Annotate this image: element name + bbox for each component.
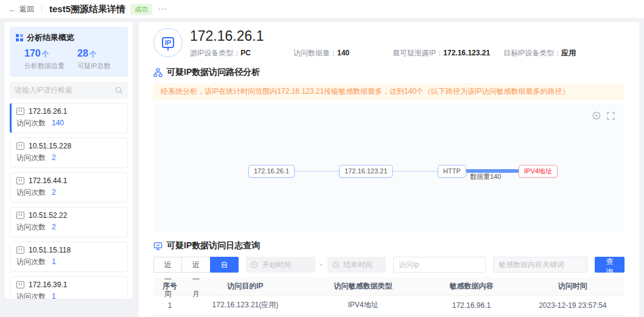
visits-label: 访问次数: [16, 223, 46, 231]
ip-list-item[interactable]: 10.51.15.228 访问次数2: [10, 138, 128, 168]
ip-address: 10.51.15.118: [29, 246, 71, 254]
last-week-button[interactable]: 近一周: [153, 257, 182, 273]
search-icon[interactable]: [115, 86, 123, 94]
log-table-cell: 172.16.96.1: [422, 295, 521, 315]
meta-source-device-type: 源IP设备类型：PC: [190, 48, 293, 58]
ip-list-item[interactable]: 172.16.26.1 访问次数140: [10, 103, 128, 133]
page-title: test5溯源结果详情: [49, 4, 125, 15]
last-month-button[interactable]: 近一月: [181, 257, 210, 273]
stat-suspicious-ip: 28个 可疑IP总数: [69, 48, 122, 71]
stat-total-data: 170个 分析数据总量: [16, 48, 69, 71]
visits-count: 2: [52, 223, 56, 231]
range-separator: -: [320, 260, 323, 269]
ip-address: 172.16.26.1: [29, 107, 67, 116]
visits-label: 访问次数: [16, 292, 46, 299]
stat-unit: 个: [89, 50, 97, 58]
ip-device-icon: [16, 212, 24, 219]
ip-search-input[interactable]: [15, 86, 115, 94]
back-button[interactable]: ← 返回: [9, 4, 34, 15]
log-filter-row: 近一周 近一月 自定义 开始时间 - 结束时间 查询: [153, 257, 625, 273]
ip-avatar-icon: IP: [153, 28, 183, 57]
analysis-overview-card: 分析结果概览 170个 分析数据总量 28个 可疑IP总数: [10, 27, 128, 77]
stat-label: 分析数据总量: [24, 61, 69, 71]
visits-count: 1: [52, 292, 56, 299]
detail-header: IP 172.16.26.1 源IP设备类型：PC 访问数据量：140 最可疑泄…: [153, 28, 625, 58]
ip-device-icon: [16, 246, 24, 254]
ip-list: 172.16.26.1 访问次数140 10.51.15.228 访问次数2 1…: [10, 103, 128, 299]
time-range-button-group: 近一周 近一月 自定义: [153, 257, 239, 273]
visits-label: 访问次数: [16, 119, 46, 127]
ip-address: 10.51.52.22: [29, 211, 67, 220]
visits-count: 1: [52, 257, 56, 266]
meta-access-volume: 访问数据量：140: [293, 48, 393, 58]
stat-value: 28: [77, 48, 88, 58]
edge-data-volume-label: 数据量140: [470, 172, 501, 181]
ip-list-item[interactable]: 172.16.44.1 访问次数2: [10, 172, 128, 203]
log-table-cell: 172.16.123.21(应用): [186, 295, 304, 315]
log-query-section-header: 可疑IP数据访问日志查询: [153, 240, 625, 251]
monitor-icon: [153, 242, 163, 251]
graph-node-ipv4-address[interactable]: IPV4地址: [519, 165, 558, 178]
ip-device-icon: [16, 281, 24, 288]
ip-address: 172.16.39.1: [29, 280, 67, 289]
query-button[interactable]: 查询: [595, 257, 625, 273]
hierarchy-icon: [153, 68, 163, 77]
meta-suspicious-leak-ip: 最可疑泄露IP：172.16.123.21: [393, 48, 503, 58]
ip-search-box: [10, 82, 128, 99]
status-badge: 成功: [130, 4, 152, 15]
ip-device-icon: [16, 177, 24, 184]
visits-label: 访问次数: [16, 257, 46, 266]
back-label: 返回: [19, 4, 34, 15]
sensitive-keyword-input[interactable]: [493, 257, 587, 273]
log-query-title: 可疑IP数据访问日志查询: [167, 240, 260, 251]
meta-row: 源IP设备类型：PC 访问数据量：140 最可疑泄露IP：172.16.123.…: [190, 48, 625, 58]
visit-ip-input[interactable]: [393, 257, 486, 273]
meta-target-device-type: 目标IP设备类型：应用: [503, 48, 576, 58]
start-time-picker[interactable]: 开始时间: [246, 257, 315, 273]
overview-title-row: 分析结果概览: [16, 32, 122, 43]
ip-list-item[interactable]: 172.16.39.1 访问次数1: [10, 276, 128, 299]
reset-view-icon[interactable]: [592, 111, 601, 120]
path-graph[interactable]: 数据量140 172.16.26.1 172.16.123.21 HTTP IP…: [153, 104, 625, 232]
col-header-data-content: 敏感数据内容: [422, 277, 521, 295]
ip-address: 172.16.44.1: [29, 176, 67, 185]
back-arrow-icon: ←: [9, 4, 17, 14]
source-ip-title: 172.16.26.1: [190, 28, 625, 44]
col-header-data-type: 访问敏感数据类型: [304, 277, 422, 295]
fullscreen-icon[interactable]: [607, 112, 615, 120]
stat-unit: 个: [42, 50, 49, 58]
grid-icon: [16, 34, 23, 41]
visits-count: 140: [52, 119, 64, 127]
start-time-placeholder: 开始时间: [262, 260, 291, 270]
visits-label: 访问次数: [16, 188, 46, 197]
stat-label: 可疑IP总数: [77, 61, 122, 71]
visits-count: 2: [52, 188, 56, 197]
sidebar: 分析结果概览 170个 分析数据总量 28个 可疑IP总数 172.16.26.…: [5, 22, 133, 299]
visits-count: 2: [52, 153, 56, 162]
more-menu-icon[interactable]: ···: [158, 5, 167, 13]
ip-device-icon: [16, 142, 24, 150]
end-time-picker[interactable]: 结束时间: [327, 257, 386, 273]
overview-title: 分析结果概览: [27, 32, 74, 43]
analysis-warning: 经系统分析，该IP在统计时间范围内172.16.123.21传输敏感数据最多，达…: [153, 83, 625, 100]
ip-list-item[interactable]: 10.51.52.22 访问次数2: [10, 207, 128, 237]
ip-address: 10.51.15.228: [29, 142, 71, 150]
main-panel: IP 172.16.26.1 源IP设备类型：PC 访问数据量：140 最可疑泄…: [139, 22, 639, 317]
log-table-cell: 2023-12-19 23:57:54: [521, 295, 625, 315]
ip-list-item[interactable]: 10.51.15.118 访问次数1: [10, 242, 128, 272]
visits-label: 访问次数: [16, 153, 46, 162]
path-analysis-title: 可疑IP数据访问路径分析: [167, 67, 260, 78]
graph-node-leak-ip[interactable]: 172.16.123.21: [339, 165, 393, 178]
col-header-dest-ip: 访问目的IP: [186, 277, 304, 295]
path-analysis-section-header: 可疑IP数据访问路径分析: [153, 67, 625, 78]
end-time-placeholder: 结束时间: [343, 260, 373, 270]
graph-node-protocol[interactable]: HTTP: [438, 165, 466, 178]
log-table-cell: IPV4地址: [304, 295, 422, 315]
col-header-time: 访问时间: [521, 277, 625, 295]
graph-node-source-ip[interactable]: 172.16.26.1: [248, 165, 295, 178]
stat-value: 170: [24, 48, 41, 58]
top-bar: ← 返回 test5溯源结果详情 成功 ···: [0, 0, 644, 19]
ip-device-icon: [16, 108, 24, 115]
divider: [41, 5, 42, 13]
custom-range-button[interactable]: 自定义: [210, 257, 239, 273]
